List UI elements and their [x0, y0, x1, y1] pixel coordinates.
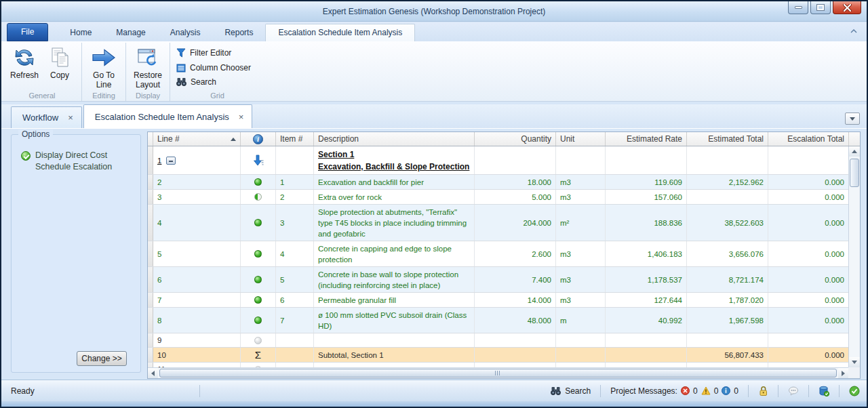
- column-header-estimated-rate[interactable]: Estimated Rate: [606, 132, 687, 146]
- cell-line-number[interactable]: 8: [153, 308, 241, 333]
- scroll-down-button[interactable]: [849, 357, 860, 367]
- refresh-button[interactable]: Refresh: [7, 44, 42, 80]
- row-indicator[interactable]: [148, 333, 153, 347]
- cell-line-number[interactable]: 6: [153, 267, 241, 292]
- cell-estimated-total[interactable]: 1,787.020: [687, 293, 768, 307]
- cell-estimated-rate[interactable]: [606, 363, 687, 367]
- cell-item-number[interactable]: 7: [276, 308, 314, 333]
- restore-layout-button[interactable]: Restore Layout: [130, 44, 165, 89]
- cell-estimated-total[interactable]: 1,967.598: [687, 308, 768, 333]
- cell-description[interactable]: Excavation and backfill for pier: [314, 175, 475, 189]
- table-row-line-2[interactable]: 21Excavation and backfill for pier18.000…: [148, 175, 848, 190]
- cell-estimated-total[interactable]: 2,152.962: [687, 175, 768, 189]
- cell-item-number[interactable]: [276, 348, 314, 362]
- cell-estimated-total[interactable]: 56,807.433: [687, 348, 768, 362]
- cell-quantity[interactable]: 18.000: [475, 175, 556, 189]
- cell-escalation-total[interactable]: [768, 333, 848, 347]
- table-row-line-3[interactable]: 32Extra over for rock5.000m3157.0600.000: [148, 190, 848, 205]
- cell-line-number[interactable]: 1: [153, 146, 241, 174]
- vertical-scroll-thumb[interactable]: [850, 159, 859, 187]
- tab-list-dropdown-button[interactable]: [845, 113, 860, 125]
- copy-button[interactable]: Copy: [42, 44, 77, 80]
- cell-status[interactable]: [241, 333, 276, 347]
- cell-unit[interactable]: [556, 146, 606, 174]
- cell-quantity[interactable]: [475, 146, 556, 174]
- cell-item-number[interactable]: 2: [276, 190, 314, 204]
- cell-description[interactable]: [314, 333, 475, 347]
- cell-item-number[interactable]: 5: [276, 267, 314, 292]
- cell-estimated-rate[interactable]: [606, 348, 687, 362]
- cell-description[interactable]: Slope protection at abutments, "Terrafix…: [314, 205, 475, 241]
- cell-unit[interactable]: [556, 363, 606, 367]
- cell-status[interactable]: Σ: [241, 348, 276, 362]
- horizontal-scroll-thumb[interactable]: [159, 369, 837, 378]
- cell-estimated-rate[interactable]: [606, 333, 687, 347]
- cell-description[interactable]: Subtotal, Section 1: [314, 348, 475, 362]
- cell-status[interactable]: [241, 241, 276, 266]
- cell-unit[interactable]: m3: [556, 241, 606, 266]
- cell-estimated-rate[interactable]: 188.836: [606, 205, 687, 241]
- cell-item-number[interactable]: 3: [276, 205, 314, 241]
- column-header-item[interactable]: Item #: [276, 132, 314, 146]
- doc-tab-escalation-close-icon[interactable]: ×: [239, 112, 244, 122]
- comment-icon[interactable]: [788, 386, 799, 396]
- cell-line-number[interactable]: 9: [153, 333, 241, 347]
- cell-description[interactable]: Extra over for rock: [314, 190, 475, 204]
- change-button[interactable]: Change >>: [77, 351, 127, 366]
- doc-tab-escalation-schedule-item-analysis[interactable]: Escalation Schedule Item Analysis ×: [83, 104, 253, 128]
- column-header-estimated-total[interactable]: Estimated Total: [687, 132, 768, 146]
- cell-description[interactable]: Section 1Excavation, Backfill & Slope Pr…: [314, 146, 475, 174]
- minimize-button[interactable]: [788, 1, 808, 14]
- ribbon-tab-home[interactable]: Home: [58, 24, 104, 41]
- table-row-line-9[interactable]: 9: [148, 333, 848, 348]
- cell-quantity[interactable]: 7.400: [475, 267, 556, 292]
- ribbon-tab-escalation-schedule-item-analysis[interactable]: Escalation Schedule Item Analysis: [265, 24, 415, 41]
- cell-escalation-total[interactable]: 0.000: [768, 308, 848, 333]
- filter-editor-button[interactable]: Filter Editor: [174, 46, 255, 60]
- cell-item-number[interactable]: [276, 333, 314, 347]
- cell-estimated-rate[interactable]: 1,178.537: [606, 267, 687, 292]
- column-header-quantity[interactable]: Quantity: [475, 132, 556, 146]
- cell-item-number[interactable]: 1: [276, 175, 314, 189]
- cell-item-number[interactable]: [276, 363, 314, 367]
- cell-quantity[interactable]: 14.000: [475, 293, 556, 307]
- ribbon-tab-manage[interactable]: Manage: [104, 24, 157, 41]
- cell-status[interactable]: [241, 190, 276, 204]
- cell-escalation-total[interactable]: [768, 146, 848, 174]
- row-indicator[interactable]: [148, 190, 153, 204]
- doc-tab-workflow-close-icon[interactable]: ×: [68, 113, 73, 123]
- cell-quantity[interactable]: 204.000: [475, 205, 556, 241]
- column-header-escalation-total[interactable]: Escalation Total: [768, 132, 849, 146]
- table-row-line-1[interactable]: 1Section 1Excavation, Backfill & Slope P…: [148, 146, 848, 175]
- cell-description[interactable]: Concrete in capping and edge to slope pr…: [314, 241, 475, 266]
- cell-estimated-rate[interactable]: 40.992: [606, 308, 687, 333]
- cell-escalation-total[interactable]: 0.000: [768, 205, 848, 241]
- cell-estimated-total[interactable]: [687, 146, 768, 174]
- ribbon-tab-analysis[interactable]: Analysis: [158, 24, 213, 41]
- cell-item-number[interactable]: 4: [276, 241, 314, 266]
- cell-quantity[interactable]: [475, 348, 556, 362]
- cell-estimated-total[interactable]: [687, 363, 768, 367]
- ribbon-search-button[interactable]: Search: [174, 76, 255, 88]
- maximize-button[interactable]: [810, 1, 831, 14]
- database-status-icon[interactable]: [818, 386, 829, 396]
- table-row-line-8[interactable]: 87ø 100 mm slotted PVC subsoil drain (Cl…: [148, 308, 848, 333]
- row-indicator[interactable]: [148, 267, 153, 292]
- collapse-ribbon-button[interactable]: [849, 27, 859, 35]
- cell-estimated-rate[interactable]: 1,406.183: [606, 241, 687, 266]
- row-indicator[interactable]: [148, 146, 153, 174]
- doc-tab-workflow[interactable]: Workflow ×: [11, 106, 82, 128]
- column-chooser-button[interactable]: Column Chooser: [174, 61, 255, 75]
- cell-line-number[interactable]: 7: [153, 293, 241, 307]
- cell-status[interactable]: [241, 205, 276, 241]
- row-indicator[interactable]: [148, 175, 153, 189]
- ribbon-tab-reports[interactable]: Reports: [212, 24, 265, 41]
- row-indicator[interactable]: [148, 205, 153, 241]
- cell-escalation-total[interactable]: 0.000: [768, 190, 848, 204]
- cell-unit[interactable]: [556, 348, 606, 362]
- go-to-line-button[interactable]: Go To Line: [86, 44, 121, 89]
- cell-quantity[interactable]: 48.000: [475, 308, 556, 333]
- cell-unit[interactable]: m²: [556, 205, 606, 241]
- horizontal-scrollbar[interactable]: [148, 367, 848, 378]
- cell-quantity[interactable]: 2.600: [475, 241, 556, 266]
